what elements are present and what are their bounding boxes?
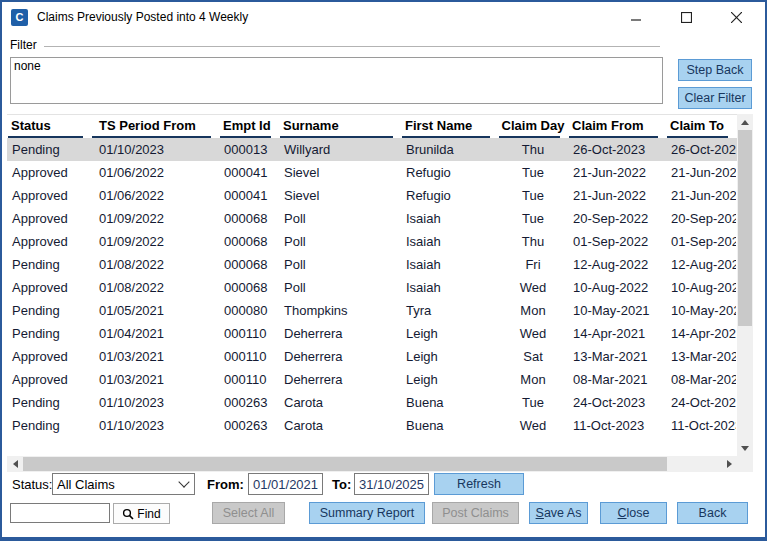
post-claims-button[interactable]: Post Claims xyxy=(432,502,519,524)
table-cell: Approved xyxy=(7,276,91,299)
table-cell: Wed xyxy=(498,414,568,437)
table-cell: Carota xyxy=(279,391,401,414)
table-cell: 01/10/2023 xyxy=(91,414,219,437)
close-window-button[interactable]: Close xyxy=(600,502,667,524)
app-icon-letter: C xyxy=(16,11,24,23)
table-row[interactable]: Approved01/03/2021000110DeherreraLeighMo… xyxy=(7,368,737,391)
filter-divider xyxy=(44,46,660,47)
scroll-left-button[interactable] xyxy=(7,456,23,472)
table-cell: 13-Mar-2021 xyxy=(666,345,736,368)
table-cell: 10-May-2021 xyxy=(568,299,666,322)
minimize-button[interactable] xyxy=(611,2,661,32)
close-icon xyxy=(731,12,742,23)
vertical-scrollbar[interactable] xyxy=(737,114,753,456)
save-as-rest: ave As xyxy=(544,506,582,520)
column-header-first-name[interactable]: First Name xyxy=(401,115,498,138)
magnifier-icon xyxy=(122,508,134,520)
arrow-left-icon xyxy=(13,460,18,468)
horizontal-scrollbar[interactable] xyxy=(7,456,737,472)
table-row[interactable]: Pending01/08/2022000068PollIsaiahFri12-A… xyxy=(7,253,737,276)
table-cell: 10-May-2021 xyxy=(666,299,736,322)
table-cell: 01/08/2022 xyxy=(91,253,219,276)
table-cell: Poll xyxy=(279,253,401,276)
table-cell: 01/04/2021 xyxy=(91,322,219,345)
table-cell: 11-Oct-2023 xyxy=(666,414,736,437)
table-cell: 000041 xyxy=(219,184,279,207)
table-cell: Poll xyxy=(279,207,401,230)
table-row[interactable]: Approved01/06/2022000041SievelRefugioTue… xyxy=(7,161,737,184)
column-header-empt-id[interactable]: Empt Id xyxy=(219,115,279,138)
select-all-button[interactable]: Select All xyxy=(212,502,285,524)
arrow-down-icon xyxy=(741,446,749,451)
filter-box[interactable]: none xyxy=(10,57,663,104)
column-header-claim-from[interactable]: Claim From xyxy=(568,115,666,138)
summary-report-button[interactable]: Summary Report xyxy=(309,502,425,524)
column-header-surname[interactable]: Surname xyxy=(279,115,401,138)
table-cell: Sievel xyxy=(279,184,401,207)
to-date-input[interactable]: 31/10/2025 xyxy=(354,473,429,495)
table-row[interactable]: Pending01/04/2021000110DeherreraLeighWed… xyxy=(7,322,737,345)
save-as-button[interactable]: Save As xyxy=(529,502,588,524)
table-cell: Refugio xyxy=(401,184,498,207)
table-row[interactable]: Approved01/06/2022000041SievelRefugioTue… xyxy=(7,184,737,207)
to-date-value: 31/10/2025 xyxy=(359,477,424,492)
table-cell: Pending xyxy=(7,414,91,437)
scroll-down-button[interactable] xyxy=(737,440,753,456)
table-cell: 11-Oct-2023 xyxy=(568,414,666,437)
table-row[interactable]: Pending01/10/2023000263CarotaBuenaTue24-… xyxy=(7,391,737,414)
table-cell: 24-Oct-2023 xyxy=(666,391,736,414)
minimize-icon xyxy=(631,12,642,23)
refresh-button[interactable]: Refresh xyxy=(434,473,524,495)
table-cell: Willyard xyxy=(279,138,401,161)
table-cell: Deherrera xyxy=(279,322,401,345)
table-cell: 10-Aug-2022 xyxy=(666,276,736,299)
maximize-button[interactable] xyxy=(661,2,711,32)
find-button[interactable]: Find xyxy=(113,503,170,524)
column-header-status[interactable]: Status xyxy=(7,115,91,138)
table-row[interactable]: Approved01/09/2022000068PollIsaiahThu01-… xyxy=(7,230,737,253)
column-header-claim-day[interactable]: Claim Day xyxy=(498,115,568,138)
column-header-ts-period-from[interactable]: TS Period From xyxy=(91,115,219,138)
horizontal-scroll-thumb[interactable] xyxy=(23,457,667,471)
table-row[interactable]: Pending01/10/2023000013WillyardBrunildaT… xyxy=(7,138,737,161)
close-button[interactable] xyxy=(711,2,761,32)
table-cell: Refugio xyxy=(401,161,498,184)
table-cell: Tue xyxy=(498,161,568,184)
filter-label: Filter xyxy=(10,38,37,52)
search-input[interactable] xyxy=(10,503,110,523)
table-row[interactable]: Pending01/10/2023000263CarotaBuenaWed11-… xyxy=(7,414,737,437)
from-date-value: 01/01/2021 xyxy=(253,477,318,492)
table-cell: Poll xyxy=(279,276,401,299)
scroll-right-button[interactable] xyxy=(721,456,737,472)
table-row[interactable]: Approved01/08/2022000068PollIsaiahWed10-… xyxy=(7,276,737,299)
status-dropdown[interactable]: All Claims xyxy=(52,473,195,495)
vertical-scroll-thumb[interactable] xyxy=(738,130,752,326)
scroll-up-button[interactable] xyxy=(737,114,753,130)
table-cell: Thompkins xyxy=(279,299,401,322)
step-back-button[interactable]: Step Back xyxy=(678,59,752,81)
window-controls xyxy=(611,2,761,32)
from-date-input[interactable]: 01/01/2021 xyxy=(248,473,323,495)
table-cell: 000068 xyxy=(219,230,279,253)
table-cell: 08-Mar-2021 xyxy=(568,368,666,391)
table-row[interactable]: Approved01/03/2021000110DeherreraLeighSa… xyxy=(7,345,737,368)
back-button[interactable]: Back xyxy=(677,502,748,524)
table-cell: Deherrera xyxy=(279,345,401,368)
table-cell: 01-Sep-2022 xyxy=(666,230,736,253)
table-cell: Sievel xyxy=(279,161,401,184)
table-cell: 01/10/2023 xyxy=(91,138,219,161)
table-row[interactable]: Approved01/09/2022000068PollIsaiahTue20-… xyxy=(7,207,737,230)
table-cell: Thu xyxy=(498,230,568,253)
table-cell: 000110 xyxy=(219,345,279,368)
table-cell: Buena xyxy=(401,391,498,414)
to-label: To: xyxy=(332,477,351,492)
app-icon: C xyxy=(11,9,28,26)
table-cell: 000013 xyxy=(219,138,279,161)
table-cell: Wed xyxy=(498,322,568,345)
claims-window: C Claims Previously Posted into 4 Weekly… xyxy=(0,0,767,541)
table-row[interactable]: Pending01/05/2021000080ThompkinsTyraMon1… xyxy=(7,299,737,322)
filter-value: none xyxy=(14,59,41,73)
column-header-claim-to[interactable]: Claim To xyxy=(666,115,736,138)
clear-filter-button[interactable]: Clear Filter xyxy=(678,87,752,109)
chevron-down-icon xyxy=(178,476,189,487)
